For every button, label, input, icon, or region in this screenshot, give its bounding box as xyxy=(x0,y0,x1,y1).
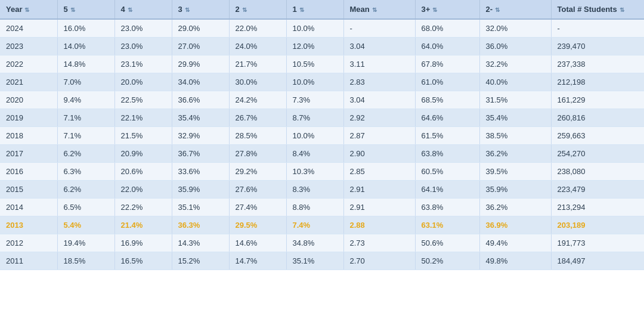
cell-year: 2019 xyxy=(0,109,57,127)
sort-icon: ⇅ xyxy=(24,7,29,13)
column-header-c2[interactable]: 2⇅ xyxy=(229,0,286,19)
table-row: 20156.2%22.0%35.9%27.6%8.3%2.9164.1%35.9… xyxy=(0,181,644,199)
cell-c2: 28.5% xyxy=(229,127,286,145)
cell-mean: 3.04 xyxy=(343,91,415,109)
cell-c5: 7.0% xyxy=(57,73,114,91)
cell-c3plus: 60.5% xyxy=(415,163,479,181)
sort-icon: ⇅ xyxy=(70,7,75,13)
cell-year: 2024 xyxy=(0,19,57,38)
cell-mean: 3.11 xyxy=(343,55,415,73)
cell-c3plus: 50.2% xyxy=(415,252,479,270)
column-header-c2minus[interactable]: 2-⇅ xyxy=(479,0,551,19)
cell-c5: 14.0% xyxy=(57,38,114,55)
cell-total: 238,080 xyxy=(551,163,644,181)
table-row: 20146.5%22.2%35.1%27.4%8.8%2.9163.8%36.2… xyxy=(0,199,644,216)
cell-c2: 29.5% xyxy=(229,216,286,234)
cell-c4: 23.1% xyxy=(114,55,172,73)
table-row: 20135.4%21.4%36.3%29.5%7.4%2.8863.1%36.9… xyxy=(0,216,644,234)
cell-total: 223,479 xyxy=(551,181,644,199)
cell-c3: 15.2% xyxy=(172,252,229,270)
cell-c3: 29.9% xyxy=(172,55,229,73)
cell-c4: 22.2% xyxy=(114,199,172,216)
cell-c4: 23.0% xyxy=(114,19,172,38)
cell-c1: 10.0% xyxy=(286,127,343,145)
table-row: 201118.5%16.5%15.2%14.7%35.1%2.7050.2%49… xyxy=(0,252,644,270)
cell-c2: 27.4% xyxy=(229,199,286,216)
cell-c4: 23.0% xyxy=(114,38,172,55)
cell-c2minus: 40.0% xyxy=(479,73,551,91)
cell-c3: 35.9% xyxy=(172,181,229,199)
cell-c5: 5.4% xyxy=(57,216,114,234)
cell-c4: 20.9% xyxy=(114,145,172,163)
table-row: 202416.0%23.0%29.0%22.0%10.0%-68.0%32.0%… xyxy=(0,19,644,38)
cell-c2: 29.2% xyxy=(229,163,286,181)
column-header-c3[interactable]: 3⇅ xyxy=(172,0,229,19)
cell-c4: 22.0% xyxy=(114,181,172,199)
column-header-total[interactable]: Total # Students⇅ xyxy=(551,0,644,19)
cell-c2minus: 31.5% xyxy=(479,91,551,109)
sort-icon: ⇅ xyxy=(620,7,624,13)
cell-c2minus: 36.0% xyxy=(479,38,551,55)
cell-year: 2013 xyxy=(0,216,57,234)
cell-c3: 36.7% xyxy=(172,145,229,163)
cell-mean: - xyxy=(343,19,415,38)
cell-mean: 2.70 xyxy=(343,252,415,270)
cell-c2minus: 49.4% xyxy=(479,234,551,252)
cell-c2: 21.7% xyxy=(229,55,286,73)
cell-c2: 14.7% xyxy=(229,252,286,270)
sort-icon: ⇅ xyxy=(185,7,190,13)
cell-c1: 10.3% xyxy=(286,163,343,181)
column-header-c5[interactable]: 5⇅ xyxy=(57,0,114,19)
cell-c2minus: 32.2% xyxy=(479,55,551,73)
cell-c2: 26.7% xyxy=(229,109,286,127)
cell-c2: 30.0% xyxy=(229,73,286,91)
cell-c5: 7.1% xyxy=(57,109,114,127)
cell-c3plus: 68.0% xyxy=(415,19,479,38)
column-header-c4[interactable]: 4⇅ xyxy=(114,0,172,19)
cell-c3plus: 50.6% xyxy=(415,234,479,252)
cell-c1: 8.4% xyxy=(286,145,343,163)
cell-c2minus: 35.4% xyxy=(479,109,551,127)
cell-total: 212,198 xyxy=(551,73,644,91)
table-row: 20197.1%22.1%35.4%26.7%8.7%2.9264.6%35.4… xyxy=(0,109,644,127)
cell-year: 2016 xyxy=(0,163,57,181)
cell-year: 2014 xyxy=(0,199,57,216)
cell-c2minus: 36.2% xyxy=(479,199,551,216)
cell-c4: 16.9% xyxy=(114,234,172,252)
cell-c1: 10.0% xyxy=(286,73,343,91)
cell-year: 2012 xyxy=(0,234,57,252)
cell-c4: 22.5% xyxy=(114,91,172,109)
column-header-c1[interactable]: 1⇅ xyxy=(286,0,343,19)
cell-total: 213,294 xyxy=(551,199,644,216)
cell-c2minus: 36.9% xyxy=(479,216,551,234)
cell-year: 2023 xyxy=(0,38,57,55)
cell-c1: 8.3% xyxy=(286,181,343,199)
cell-total: - xyxy=(551,19,644,38)
cell-c3: 34.0% xyxy=(172,73,229,91)
cell-c3plus: 67.8% xyxy=(415,55,479,73)
cell-c3plus: 61.0% xyxy=(415,73,479,91)
column-header-mean[interactable]: Mean⇅ xyxy=(343,0,415,19)
cell-total: 239,470 xyxy=(551,38,644,55)
cell-total: 191,773 xyxy=(551,234,644,252)
cell-year: 2018 xyxy=(0,127,57,145)
cell-c3plus: 61.5% xyxy=(415,127,479,145)
cell-c1: 8.7% xyxy=(286,109,343,127)
cell-total: 260,816 xyxy=(551,109,644,127)
cell-c3: 14.3% xyxy=(172,234,229,252)
column-header-c3plus[interactable]: 3+⇅ xyxy=(415,0,479,19)
cell-c5: 18.5% xyxy=(57,252,114,270)
cell-c5: 16.0% xyxy=(57,19,114,38)
cell-c3: 35.4% xyxy=(172,109,229,127)
sort-icon: ⇅ xyxy=(128,7,132,13)
cell-c2minus: 36.2% xyxy=(479,145,551,163)
cell-c3: 35.1% xyxy=(172,199,229,216)
cell-c4: 20.6% xyxy=(114,163,172,181)
column-header-year[interactable]: Year⇅ xyxy=(0,0,57,19)
sort-icon: ⇅ xyxy=(299,7,304,13)
cell-c4: 16.5% xyxy=(114,252,172,270)
cell-c2: 27.6% xyxy=(229,181,286,199)
sort-icon: ⇅ xyxy=(495,7,500,13)
cell-c3plus: 63.1% xyxy=(415,216,479,234)
cell-year: 2022 xyxy=(0,55,57,73)
